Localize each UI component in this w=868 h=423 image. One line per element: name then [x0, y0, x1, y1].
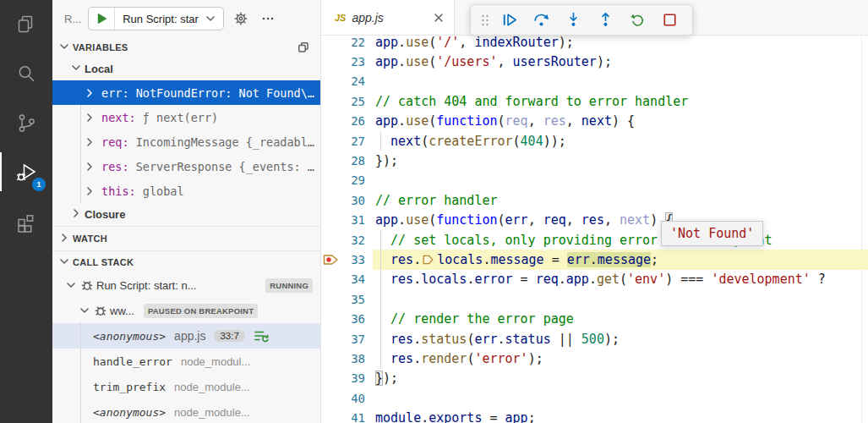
breakpoint-gutter[interactable]	[321, 388, 340, 408]
code-content[interactable]: res.status(err.status || 500);	[373, 329, 868, 349]
debug-session-row[interactable]: ww...PAUSED ON BREAKPOINT	[52, 298, 320, 323]
code-content[interactable]: res.locals.message = err.message;	[373, 250, 868, 269]
code-token: res	[543, 113, 566, 129]
breakpoint-gutter[interactable]	[321, 369, 340, 388]
breakpoint-gutter[interactable]	[321, 270, 340, 289]
variable-row-res[interactable]: res: ServerResponse {_events: …	[52, 154, 320, 179]
code-content[interactable]	[373, 72, 868, 91]
step-out-button[interactable]	[589, 7, 621, 34]
code-content[interactable]: res.locals.error = req.app.get('env') ==…	[373, 270, 868, 289]
call-stack-section-header[interactable]: CALL STACK	[52, 250, 320, 272]
code-token: 404	[521, 134, 543, 149]
code-content[interactable]: app.use('/users', usersRouter);	[373, 52, 868, 71]
gear-icon	[234, 12, 248, 25]
hover-value: 'Not Found'	[670, 226, 754, 241]
activity-item-source-control[interactable]	[0, 98, 52, 147]
more-actions-button[interactable]	[258, 8, 278, 29]
toolbar-drag-handle[interactable]	[479, 11, 491, 30]
breakpoint-gutter[interactable]	[321, 52, 340, 71]
code-content[interactable]: // set locals, only providing error in d…	[373, 230, 868, 250]
continue-icon	[500, 10, 519, 30]
tab-label: app.js	[352, 11, 383, 25]
code-line-33: 33 res.locals.message = err.message;	[321, 250, 868, 269]
settings-gear-button[interactable]	[231, 8, 251, 29]
breakpoint-gutter[interactable]	[321, 309, 340, 328]
breakpoint-gutter[interactable]	[321, 211, 340, 230]
scope-local-label: Local	[85, 63, 113, 75]
breakpoint-gutter[interactable]	[321, 171, 340, 190]
activity-item-extensions[interactable]	[0, 196, 52, 245]
chevron-down-icon	[57, 255, 71, 270]
breakpoint-gutter[interactable]	[321, 329, 340, 349]
start-debug-button[interactable]	[89, 8, 115, 30]
code-content[interactable]: // render the error page	[373, 309, 868, 328]
breakpoint-gutter[interactable]	[321, 151, 340, 170]
copy-icon[interactable]	[297, 41, 310, 54]
stack-frame-row[interactable]: handle_errornode_modul...	[52, 349, 320, 374]
breakpoint-gutter[interactable]	[321, 250, 340, 269]
breakpoint-gutter[interactable]	[321, 190, 340, 210]
breakpoint-gutter[interactable]	[321, 230, 340, 250]
continue-button[interactable]	[493, 7, 525, 34]
variable-row-next[interactable]: next: ƒ next(err)	[52, 105, 320, 129]
code-content[interactable]: res.render('error');	[373, 349, 868, 368]
stack-frame-row[interactable]: <anonymous>node_module...	[52, 399, 320, 423]
activity-item-run-and-debug[interactable]: 1	[0, 147, 52, 196]
step-over-button[interactable]	[525, 7, 557, 34]
breakpoint-gutter[interactable]	[321, 91, 340, 111]
variables-section-header[interactable]: VARIABLES	[52, 37, 320, 57]
code-content[interactable]: module.exports = app;	[373, 408, 868, 423]
tab-app-js[interactable]: JS app.js	[321, 0, 455, 35]
code-content[interactable]: next(createError(404));	[373, 131, 868, 151]
code-content[interactable]: });	[373, 369, 868, 388]
code-token: err	[474, 332, 497, 347]
code-content[interactable]: // error handler	[373, 190, 868, 210]
breakpoint-gutter[interactable]	[321, 289, 340, 309]
stack-frame-row[interactable]: trim_prefixnode_module...	[52, 374, 320, 399]
code-content[interactable]	[373, 289, 868, 309]
watch-title: WATCH	[73, 233, 107, 244]
activity-item-explorer[interactable]	[0, 0, 52, 49]
scope-closure-row[interactable]: Closure	[52, 203, 320, 226]
step-into-button[interactable]	[557, 7, 589, 34]
code-token: .	[467, 272, 474, 287]
restart-button[interactable]	[621, 7, 653, 34]
debug-session-row[interactable]: Run Script: start: n...RUNNING	[52, 272, 320, 298]
debug-toolbar	[470, 4, 693, 36]
stack-frame-row[interactable]: <anonymous>app.js33:7	[52, 323, 320, 349]
breakpoint-gutter[interactable]	[321, 131, 340, 151]
breakpoint-gutter[interactable]	[321, 72, 340, 91]
line-number: 33	[340, 253, 365, 266]
stop-button[interactable]	[653, 7, 685, 34]
code-token: ,	[498, 54, 513, 69]
scope-local-row[interactable]: Local	[52, 57, 320, 80]
variable-row-err[interactable]: err: NotFoundError: Not Found\…	[52, 80, 320, 105]
close-icon[interactable]	[432, 11, 445, 25]
code-content[interactable]: app.use(function(req, res, next) {	[373, 112, 868, 131]
code-area[interactable]: 22app.use('/', indexRouter);23app.use('/…	[321, 32, 868, 423]
close-icon	[432, 11, 445, 25]
activity-item-search[interactable]	[0, 49, 52, 98]
breakpoint-gutter[interactable]	[321, 408, 340, 423]
code-token: '/users'	[436, 54, 497, 69]
step-out-icon	[596, 10, 615, 30]
line-number: 23	[340, 55, 365, 69]
variable-row-this[interactable]: this: global	[52, 179, 320, 203]
launch-config-dropdown[interactable]: Run Script: star	[88, 7, 224, 30]
code-token: );	[528, 351, 543, 366]
code-token: locals	[437, 252, 483, 267]
watch-section-header[interactable]: WATCH	[52, 226, 320, 250]
code-content[interactable]: // catch 404 and forward to error handle…	[373, 91, 868, 111]
variable-row-req[interactable]: req: IncomingMessage {_readabl…	[52, 129, 320, 154]
code-token: app	[505, 410, 528, 423]
code-content[interactable]	[373, 171, 868, 190]
frame-focus-icon[interactable]	[254, 330, 270, 343]
code-content[interactable]: });	[373, 151, 868, 170]
more-icon	[261, 12, 275, 25]
code-content[interactable]	[373, 388, 868, 408]
breakpoint-gutter[interactable]	[321, 349, 340, 368]
bug-icon	[94, 304, 107, 317]
code-token: res	[390, 351, 413, 366]
code-content[interactable]: app.use(function(err, req, res, next) {	[373, 211, 868, 230]
breakpoint-gutter[interactable]	[321, 112, 340, 131]
